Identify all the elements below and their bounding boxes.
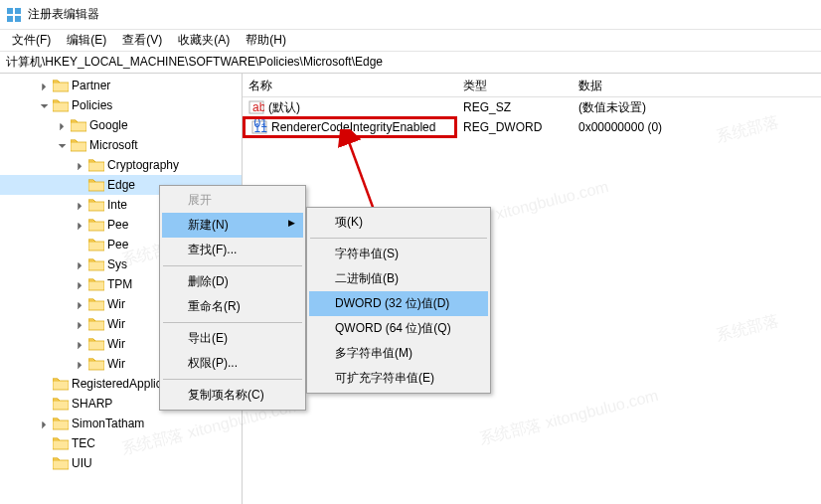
ctx-new-string[interactable]: 字符串值(S) [309,242,488,266]
context-submenu-new: 项(K) 字符串值(S) 二进制值(B) DWORD (32 位)值(D) QW… [306,207,491,394]
expand-icon[interactable]: ⏵ [74,218,87,232]
tree-item-google[interactable]: ⏵ Google [0,115,242,135]
value-type: REG_SZ [457,99,573,115]
ctx-expand: 展开 [162,188,303,213]
string-value-icon [248,99,264,115]
folder-icon [88,158,104,172]
collapse-icon[interactable]: ⏷ [38,98,52,112]
value-data: 0x00000000 (0) [573,119,821,135]
folder-icon [88,297,104,311]
app-icon [6,7,22,23]
ctx-copy-name[interactable]: 复制项名称(C) [162,383,303,408]
tree-item-microsoft[interactable]: ⏷ Microsoft [0,135,242,155]
folder-icon [88,277,104,291]
folder-icon [88,198,104,212]
expand-icon[interactable]: ⏵ [74,257,87,271]
expand-icon[interactable]: ⏵ [38,79,52,92]
col-data[interactable]: 数据 [573,74,821,96]
tree-item-tec[interactable]: ⏵ TEC [0,433,242,453]
menu-edit[interactable]: 编辑(E) [59,30,114,51]
folder-icon [53,456,69,470]
value-row[interactable]: (默认) REG_SZ (数值未设置) [243,97,821,117]
separator [163,379,302,380]
folder-icon [53,417,69,430]
address-bar[interactable]: 计算机\HKEY_LOCAL_MACHINE\SOFTWARE\Policies… [0,52,821,74]
ctx-new-binary[interactable]: 二进制值(B) [309,266,488,291]
folder-icon [88,317,104,331]
ctx-new-qword[interactable]: QWORD (64 位)值(Q) [309,316,488,341]
folder-icon [88,257,104,271]
separator [163,322,302,323]
ctx-export[interactable]: 导出(E) [162,326,303,351]
value-row[interactable]: RendererCodeIntegrityEnabled REG_DWORD 0… [243,117,821,137]
folder-icon [53,397,69,411]
folder-icon [71,118,86,132]
ctx-new-multi[interactable]: 多字符串值(M) [309,341,488,366]
expand-icon[interactable]: ⏵ [56,118,70,132]
tree-item-uiu[interactable]: ⏵ UIU [0,453,242,473]
expand-icon[interactable]: ⏵ [74,317,87,331]
ctx-new-expand[interactable]: 可扩充字符串值(E) [309,366,488,391]
value-data: (数值未设置) [573,98,821,117]
expand-icon[interactable]: ⏵ [74,337,87,351]
highlighted-value: RendererCodeIntegrityEnabled [243,116,457,138]
folder-icon [88,218,104,232]
window-title: 注册表编辑器 [28,6,99,23]
expand-icon[interactable]: ⏵ [74,357,87,371]
menu-favorites[interactable]: 收藏夹(A) [170,30,238,51]
tree-item-simontatham[interactable]: ⏵ SimonTatham [0,414,242,433]
values-list: (默认) REG_SZ (数值未设置) RendererCodeIntegrit… [243,97,821,137]
col-type[interactable]: 类型 [457,74,573,96]
menubar: 文件(F) 编辑(E) 查看(V) 收藏夹(A) 帮助(H) [0,30,821,52]
expand-icon[interactable]: ⏵ [74,277,87,291]
folder-icon [53,98,69,112]
expand-icon[interactable]: ⏵ [74,158,87,172]
folder-icon [88,337,104,351]
folder-icon [71,138,86,152]
address-text: 计算机\HKEY_LOCAL_MACHINE\SOFTWARE\Policies… [6,54,383,71]
ctx-permissions[interactable]: 权限(P)... [162,351,303,376]
tree-item-policies[interactable]: ⏷ Policies [0,95,242,115]
separator [310,238,487,239]
folder-icon [53,436,69,450]
ctx-new-dword[interactable]: DWORD (32 位)值(D) [309,291,488,316]
col-name[interactable]: 名称 [243,74,457,96]
ctx-new[interactable]: 新建(N) [162,213,303,238]
value-name: (默认) [268,99,300,116]
folder-icon [53,377,69,391]
context-menu: 展开 新建(N) 查找(F)... 删除(D) 重命名(R) 导出(E) 权限(… [159,185,306,411]
titlebar: 注册表编辑器 [0,0,821,30]
expand-icon[interactable]: ⏵ [74,198,87,212]
ctx-rename[interactable]: 重命名(R) [162,294,303,319]
menu-file[interactable]: 文件(F) [4,30,59,51]
column-headers: 名称 类型 数据 [243,74,821,97]
value-name: RendererCodeIntegrityEnabled [271,120,435,134]
folder-icon [88,238,104,252]
folder-icon [88,178,104,192]
menu-view[interactable]: 查看(V) [114,30,170,51]
expand-icon[interactable]: ⏵ [74,297,87,311]
expand-icon[interactable]: ⏵ [38,417,52,430]
dword-value-icon [251,119,267,135]
tree-item-partner[interactable]: ⏵ Partner [0,76,242,95]
value-type: REG_DWORD [457,119,573,135]
folder-icon [53,79,69,92]
ctx-new-key[interactable]: 项(K) [309,210,488,235]
separator [163,265,302,266]
ctx-find[interactable]: 查找(F)... [162,238,303,262]
menu-help[interactable]: 帮助(H) [238,30,294,51]
tree-item-cryptography[interactable]: ⏵ Cryptography [0,155,242,175]
collapse-icon[interactable]: ⏷ [56,138,70,152]
ctx-delete[interactable]: 删除(D) [162,269,303,294]
folder-icon [88,357,104,371]
